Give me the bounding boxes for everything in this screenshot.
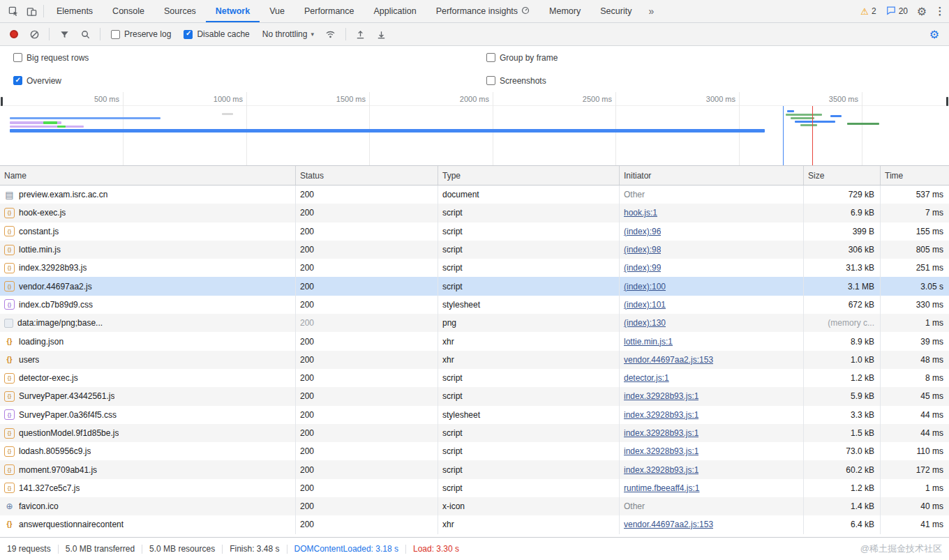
- initiator-link[interactable]: (index):130: [624, 318, 666, 328]
- cell-initiator: index.32928b93.js:1: [620, 406, 804, 424]
- timeline-overview[interactable]: 500 ms1000 ms1500 ms2000 ms2500 ms3000 m…: [0, 92, 949, 166]
- more-tabs-icon[interactable]: »: [641, 0, 661, 22]
- column-header-name[interactable]: Name: [0, 166, 296, 185]
- initiator-link[interactable]: (index):96: [624, 227, 661, 236]
- initiator-link[interactable]: detector.js:1: [624, 373, 669, 383]
- table-row[interactable]: {} hook-exec.js 200 script hook.js:1 6.9…: [0, 204, 949, 222]
- timeline-bar: [830, 115, 842, 117]
- initiator-link[interactable]: index.32928b93.js:1: [624, 428, 698, 438]
- tab-elements[interactable]: Elements: [47, 0, 103, 22]
- tab-application[interactable]: Application: [364, 0, 426, 22]
- table-row[interactable]: {} SurveyPaper.0a36f4f5.css 200 styleshe…: [0, 406, 949, 424]
- cell-initiator: Other: [620, 186, 804, 204]
- table-row[interactable]: {} lodash.805956c9.js 200 script index.3…: [0, 442, 949, 460]
- overview-toggle[interactable]: Overview: [13, 76, 61, 86]
- column-header-type[interactable]: Type: [438, 166, 620, 185]
- search-icon[interactable]: [76, 25, 94, 43]
- column-header-status[interactable]: Status: [296, 166, 438, 185]
- initiator-link[interactable]: (index):98: [624, 245, 661, 255]
- table-row[interactable]: {} lottie.min.js 200 script (index):98 3…: [0, 241, 949, 259]
- import-har-icon[interactable]: [352, 25, 370, 43]
- cell-initiator: index.32928b93.js:1: [620, 424, 804, 442]
- record-button[interactable]: [10, 30, 18, 38]
- network-conditions-icon[interactable]: [322, 25, 340, 43]
- preserve-log-checkbox[interactable]: [111, 30, 120, 39]
- file-type-script-icon: {}: [4, 226, 15, 236]
- table-row[interactable]: {} questionModel.9f1d85be.js 200 script …: [0, 424, 949, 442]
- cell-type: xhr: [438, 332, 620, 350]
- device-toolbar-icon[interactable]: [22, 2, 40, 20]
- table-row[interactable]: {} loading.json 200 xhr lottie.min.js:1 …: [0, 332, 949, 350]
- cell-size: 1.0 kB: [804, 351, 881, 369]
- column-header-time[interactable]: Time: [881, 166, 949, 185]
- table-row[interactable]: {} index.cb7b89d9.css 200 stylesheet (in…: [0, 296, 949, 314]
- tab-performance-insights[interactable]: Performance insights: [426, 0, 539, 22]
- initiator-link[interactable]: (index):100: [624, 282, 666, 292]
- tab-console[interactable]: Console: [103, 0, 154, 22]
- big-request-rows-toggle[interactable]: Big request rows: [13, 53, 89, 63]
- settings-gear-icon[interactable]: ⚙: [913, 2, 931, 20]
- cell-status: 200: [296, 241, 438, 259]
- screenshots-checkbox[interactable]: [486, 76, 495, 85]
- overview-handle-left[interactable]: [1, 97, 3, 106]
- table-row[interactable]: data:image/png;base... 200 png (index):1…: [0, 314, 949, 332]
- overview-handle-right[interactable]: [946, 97, 948, 106]
- cell-initiator: Other: [620, 497, 804, 515]
- table-row[interactable]: {} moment.9709ab41.js 200 script index.3…: [0, 460, 949, 478]
- initiator-link[interactable]: lottie.min.js:1: [624, 337, 673, 347]
- table-row[interactable]: {} constant.js 200 script (index):96 399…: [0, 222, 949, 241]
- timeline-tick-label: 2500 ms: [583, 95, 615, 103]
- issues-badge[interactable]: 20: [886, 6, 908, 17]
- kebab-menu-icon[interactable]: ⋮: [931, 2, 949, 20]
- table-row[interactable]: ⊕ favicon.ico 200 x-icon Other 1.4 kB 40…: [0, 497, 949, 515]
- filter-icon[interactable]: [55, 25, 73, 43]
- tab-security[interactable]: Security: [590, 0, 641, 22]
- initiator-link[interactable]: runtime.fbeeaff4.js:1: [624, 483, 700, 493]
- initiator-link[interactable]: index.32928b93.js:1: [624, 446, 698, 456]
- initiator-link[interactable]: vendor.44697aa2.js:153: [624, 355, 713, 365]
- initiator-link[interactable]: hook.js:1: [624, 208, 657, 218]
- tab-memory[interactable]: Memory: [539, 0, 590, 22]
- message-count: 20: [899, 6, 908, 16]
- group-by-frame-checkbox[interactable]: [486, 53, 495, 62]
- disable-cache-toggle[interactable]: Disable cache: [184, 29, 249, 39]
- table-row[interactable]: {} detector-exec.js 200 script detector.…: [0, 369, 949, 387]
- column-header-size[interactable]: Size: [804, 166, 881, 185]
- cell-initiator: hook.js:1: [620, 204, 804, 222]
- column-header-initiator[interactable]: Initiator: [620, 166, 804, 185]
- tab-vue[interactable]: Vue: [260, 0, 294, 22]
- initiator-link[interactable]: index.32928b93.js:1: [624, 465, 698, 475]
- cell-time: 7 ms: [881, 204, 949, 222]
- export-har-icon[interactable]: [373, 25, 391, 43]
- tab-network[interactable]: Network: [206, 0, 260, 22]
- initiator-link[interactable]: (index):101: [624, 300, 666, 310]
- inspect-icon[interactable]: [4, 2, 22, 20]
- throttling-select[interactable]: No throttling ▾: [257, 28, 319, 40]
- table-row[interactable]: {} users 200 xhr vendor.44697aa2.js:153 …: [0, 351, 949, 369]
- warnings-badge[interactable]: ⚠ 2: [860, 6, 876, 17]
- table-row[interactable]: {} answerquestionnairecontent 200 xhr ve…: [0, 515, 949, 533]
- table-row[interactable]: {} vendor.44697aa2.js 200 script (index)…: [0, 277, 949, 295]
- initiator-link[interactable]: vendor.44697aa2.js:153: [624, 520, 713, 529]
- preserve-log-toggle[interactable]: Preserve log: [111, 29, 171, 39]
- initiator-link[interactable]: index.32928b93.js:1: [624, 391, 698, 401]
- cell-status: 200: [296, 369, 438, 387]
- big-request-rows-checkbox[interactable]: [13, 53, 22, 62]
- disable-cache-checkbox[interactable]: [184, 30, 193, 39]
- group-by-frame-toggle[interactable]: Group by frame: [486, 53, 558, 63]
- overview-checkbox[interactable]: [13, 76, 22, 85]
- cell-initiator: index.32928b93.js:1: [620, 442, 804, 460]
- screenshots-toggle[interactable]: Screenshots: [486, 76, 546, 86]
- initiator-link[interactable]: index.32928b93.js:1: [624, 410, 698, 420]
- table-row[interactable]: {} 141.327ce5c7.js 200 script runtime.fb…: [0, 479, 949, 497]
- initiator-link[interactable]: (index):99: [624, 263, 661, 273]
- table-row[interactable]: {} SurveyPaper.43442561.js 200 script in…: [0, 387, 949, 405]
- tab-sources[interactable]: Sources: [154, 0, 206, 22]
- network-settings-gear-icon[interactable]: ⚙: [925, 25, 943, 43]
- table-row[interactable]: {} index.32928b93.js 200 script (index):…: [0, 259, 949, 277]
- file-type-script-icon: {}: [4, 464, 15, 475]
- clear-icon[interactable]: [25, 25, 43, 43]
- table-row[interactable]: ▤ preview.exam.isrc.ac.cn 200 document O…: [0, 186, 949, 204]
- tab-performance[interactable]: Performance: [294, 0, 364, 22]
- chevron-down-icon: ▾: [311, 31, 314, 38]
